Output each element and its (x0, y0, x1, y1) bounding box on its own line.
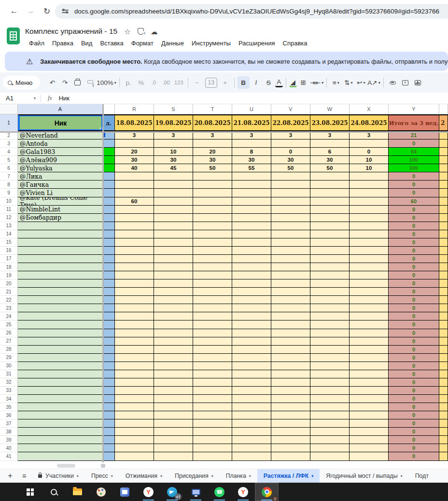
value-cell[interactable] (310, 139, 350, 148)
chevron-down-icon[interactable]: ▾ (211, 474, 213, 478)
row-number[interactable]: 4 (0, 148, 18, 156)
value-cell[interactable] (350, 419, 389, 428)
value-cell[interactable] (115, 288, 154, 296)
value-cell[interactable] (115, 362, 154, 370)
value-cell[interactable] (193, 238, 232, 247)
value-cell[interactable]: 50 (271, 164, 310, 172)
total-cell[interactable]: 0 (389, 370, 439, 378)
all-sheets-button[interactable]: ≡ (22, 472, 26, 480)
value-cell[interactable] (154, 247, 193, 255)
name-cell[interactable] (18, 428, 103, 436)
row-number[interactable]: 41 (0, 452, 18, 460)
column-header-X[interactable]: X (350, 104, 389, 114)
name-cell[interactable] (18, 346, 103, 354)
value-cell[interactable] (310, 172, 350, 181)
column-header-R[interactable]: R (115, 104, 154, 114)
value-cell[interactable] (350, 288, 389, 296)
value-cell[interactable] (115, 222, 154, 230)
name-cell[interactable] (18, 222, 103, 230)
value-cell[interactable] (115, 370, 154, 378)
value-cell[interactable] (115, 337, 154, 346)
name-cell[interactable] (18, 436, 103, 444)
value-cell[interactable] (115, 411, 154, 419)
value-cell[interactable] (350, 329, 389, 337)
value-cell[interactable] (115, 271, 154, 279)
total-cell[interactable]: 0 (389, 304, 439, 312)
font-size-input[interactable]: 13 (205, 78, 217, 88)
row-number[interactable]: 3 (0, 139, 18, 148)
value-cell[interactable] (193, 320, 232, 329)
value-cell[interactable] (193, 181, 232, 189)
menu-item[interactable]: Инструменты (188, 38, 235, 48)
value-cell[interactable] (310, 206, 350, 214)
value-cell[interactable]: 8 (232, 148, 271, 156)
value-cell[interactable] (154, 346, 193, 354)
value-cell[interactable] (193, 263, 232, 271)
row-number[interactable]: 1 (0, 114, 18, 131)
value-cell[interactable] (193, 452, 232, 460)
value-cell[interactable] (115, 255, 154, 263)
whatsapp-icon[interactable]: ☎ (208, 483, 231, 501)
value-cell[interactable] (115, 214, 154, 222)
value-cell[interactable] (232, 346, 271, 354)
next-partial-cell[interactable] (439, 164, 448, 172)
value-cell[interactable] (193, 247, 232, 255)
value-cell[interactable] (350, 452, 389, 460)
telegram-icon[interactable]: 47 (160, 483, 184, 501)
value-cell[interactable] (193, 444, 232, 452)
value-cell[interactable] (232, 370, 271, 378)
value-cell[interactable] (232, 411, 271, 419)
value-cell[interactable] (310, 296, 350, 304)
header-cell-next-partial[interactable]: 2 (439, 114, 448, 131)
value-cell[interactable] (154, 337, 193, 346)
value-cell[interactable] (193, 395, 232, 403)
value-cell[interactable] (271, 370, 310, 378)
start-button[interactable] (18, 483, 42, 501)
name-cell[interactable] (18, 362, 103, 370)
value-cell[interactable] (271, 354, 310, 362)
next-partial-cell[interactable] (439, 255, 448, 263)
value-cell[interactable] (310, 230, 350, 238)
value-cell[interactable] (154, 452, 193, 460)
next-partial-cell[interactable] (439, 189, 448, 197)
increase-decimals-button[interactable]: .00 (160, 76, 172, 89)
value-cell[interactable] (193, 329, 232, 337)
value-cell[interactable] (154, 436, 193, 444)
value-cell[interactable] (154, 222, 193, 230)
value-cell[interactable] (115, 329, 154, 337)
row-number[interactable]: 19 (0, 271, 18, 279)
row-number[interactable]: 36 (0, 411, 18, 419)
value-cell[interactable] (154, 403, 193, 411)
value-cell[interactable] (115, 206, 154, 214)
value-cell[interactable]: 10 (350, 156, 389, 164)
value-cell[interactable] (271, 320, 310, 329)
value-cell[interactable] (154, 181, 193, 189)
status-mark-cell[interactable] (103, 296, 115, 304)
name-cell[interactable]: @Гаичка (18, 181, 103, 189)
value-cell[interactable] (350, 279, 389, 288)
value-cell[interactable] (115, 403, 154, 411)
status-mark-cell[interactable] (103, 172, 115, 181)
value-cell[interactable] (310, 428, 350, 436)
value-cell[interactable] (115, 263, 154, 271)
status-mark-cell[interactable] (103, 238, 115, 247)
next-partial-cell[interactable] (439, 312, 448, 320)
total-cell[interactable]: 0 (389, 271, 439, 279)
value-cell[interactable]: 50 (310, 164, 350, 172)
value-cell[interactable] (271, 139, 310, 148)
next-partial-cell[interactable] (439, 222, 448, 230)
column-header-partial[interactable] (103, 104, 115, 114)
value-cell[interactable]: 45 (154, 164, 193, 172)
name-cell[interactable] (18, 296, 103, 304)
photos-icon[interactable] (113, 483, 137, 501)
total-cell[interactable]: 300 (389, 164, 439, 172)
value-cell[interactable] (232, 395, 271, 403)
site-settings-icon[interactable] (62, 8, 69, 14)
next-partial-cell[interactable] (439, 337, 448, 346)
value-cell[interactable]: 40 (115, 164, 154, 172)
row-number[interactable]: 40 (0, 444, 18, 452)
add-sheet-button[interactable]: + (8, 471, 13, 481)
sheet-tab[interactable]: Приседания▾ (168, 469, 220, 483)
my-computer-icon[interactable] (184, 483, 208, 501)
value-cell[interactable] (310, 395, 350, 403)
